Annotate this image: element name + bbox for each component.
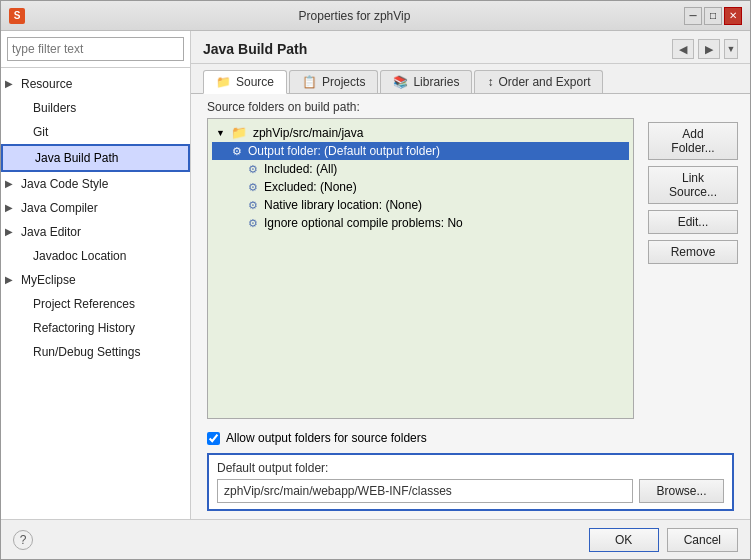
tab-projects[interactable]: 📋Projects (289, 70, 378, 93)
expand-arrow: ▶ (5, 74, 17, 94)
main-header: Java Build Path ◀ ▶ ▼ (191, 31, 750, 64)
bp-item-included[interactable]: ⚙Included: (All) (212, 160, 629, 178)
checkbox-row: Allow output folders for source folders (199, 427, 742, 449)
expand-arrow: ▶ (5, 174, 17, 194)
sidebar-item-label: Refactoring History (33, 318, 135, 338)
properties-window: S Properties for zphVip ─ □ ✕ ▶ResourceB… (0, 0, 751, 560)
tab-source[interactable]: 📁Source (203, 70, 287, 94)
nav-dropdown[interactable]: ▼ (724, 39, 738, 59)
bp-item-label: Output folder: (Default output folder) (248, 144, 440, 158)
tab-libraries[interactable]: 📚Libraries (380, 70, 472, 93)
bp-item-native-lib[interactable]: ⚙Native library location: (None) (212, 196, 629, 214)
sidebar-item-refactoring-history[interactable]: Refactoring History (1, 316, 190, 340)
config-icon: ⚙ (248, 217, 258, 230)
bottom-bar: ? OK Cancel (1, 519, 750, 559)
window-controls: ─ □ ✕ (684, 7, 742, 25)
expand-arrow: ▶ (5, 198, 17, 218)
tab-icon-projects: 📋 (302, 75, 317, 89)
sidebar-tree: ▶ResourceBuildersGitJava Build Path▶Java… (1, 68, 190, 519)
bp-item-src-main-java[interactable]: ▼📁zphVip/src/main/java (212, 123, 629, 142)
window-title: Properties for zphVip (25, 9, 684, 23)
expand-arrow: ▶ (5, 270, 17, 290)
tab-icon-order-export: ↕ (487, 75, 493, 89)
sidebar-item-label: Builders (33, 98, 76, 118)
panel-split: ▼📁zphVip/src/main/java⚙Output folder: (D… (199, 118, 742, 427)
bp-item-label: Included: (All) (264, 162, 337, 176)
sidebar-item-label: Java Code Style (21, 174, 108, 194)
config-icon: ⚙ (232, 145, 242, 158)
expand-arrow: ▼ (216, 128, 225, 138)
main-title: Java Build Path (203, 41, 307, 57)
sidebar-item-java-editor[interactable]: ▶Java Editor (1, 220, 190, 244)
filter-input[interactable] (7, 37, 184, 61)
allow-output-checkbox[interactable] (207, 432, 220, 445)
sidebar-item-builders[interactable]: Builders (1, 96, 190, 120)
config-icon: ⚙ (248, 163, 258, 176)
output-section-label: Default output folder: (217, 461, 724, 475)
sidebar-item-label: Javadoc Location (33, 246, 126, 266)
help-button[interactable]: ? (13, 530, 33, 550)
tab-bar: 📁Source📋Projects📚Libraries↕Order and Exp… (191, 64, 750, 94)
sidebar-item-myeclipse[interactable]: ▶MyEclipse (1, 268, 190, 292)
edit-button[interactable]: Edit... (648, 210, 738, 234)
title-bar: S Properties for zphVip ─ □ ✕ (1, 1, 750, 31)
maximize-button[interactable]: □ (704, 7, 722, 25)
tab-icon-source: 📁 (216, 75, 231, 89)
bp-item-output-folder[interactable]: ⚙Output folder: (Default output folder) (212, 142, 629, 160)
sidebar-item-java-build-path[interactable]: Java Build Path (1, 144, 190, 172)
bp-item-label: Ignore optional compile problems: No (264, 216, 463, 230)
sidebar: ▶ResourceBuildersGitJava Build Path▶Java… (1, 31, 191, 519)
ok-button[interactable]: OK (589, 528, 659, 552)
allow-output-label: Allow output folders for source folders (226, 431, 427, 445)
bp-item-label: zphVip/src/main/java (253, 126, 364, 140)
add-folder-button[interactable]: Add Folder... (648, 122, 738, 160)
cancel-button[interactable]: Cancel (667, 528, 738, 552)
browse-button[interactable]: Browse... (639, 479, 724, 503)
app-icon: S (9, 8, 25, 24)
tab-order-export[interactable]: ↕Order and Export (474, 70, 603, 93)
forward-button[interactable]: ▶ (698, 39, 720, 59)
close-button[interactable]: ✕ (724, 7, 742, 25)
folder-icon: 📁 (231, 125, 247, 140)
panel-right: Add Folder...Link Source...Edit...Remove (642, 118, 742, 427)
sidebar-item-javadoc-location[interactable]: Javadoc Location (1, 244, 190, 268)
tab-label-libraries: Libraries (413, 75, 459, 89)
tab-label-projects: Projects (322, 75, 365, 89)
sidebar-item-project-references[interactable]: Project References (1, 292, 190, 316)
config-icon: ⚙ (248, 199, 258, 212)
sidebar-item-label: Resource (21, 74, 72, 94)
sidebar-item-java-compiler[interactable]: ▶Java Compiler (1, 196, 190, 220)
bp-item-ignore-optional[interactable]: ⚙Ignore optional compile problems: No (212, 214, 629, 232)
header-nav: ◀ ▶ ▼ (672, 39, 738, 59)
bp-item-label: Native library location: (None) (264, 198, 422, 212)
sidebar-item-label: Project References (33, 294, 135, 314)
config-icon: ⚙ (248, 181, 258, 194)
link-source-button[interactable]: Link Source... (648, 166, 738, 204)
sidebar-item-label: Java Compiler (21, 198, 98, 218)
source-panel-label: Source folders on build path: (199, 94, 742, 118)
remove-button[interactable]: Remove (648, 240, 738, 264)
bp-item-label: Excluded: (None) (264, 180, 357, 194)
sidebar-item-label: Java Build Path (35, 148, 118, 168)
sidebar-item-label: MyEclipse (21, 270, 76, 290)
main-content: Java Build Path ◀ ▶ ▼ 📁Source📋Projects📚L… (191, 31, 750, 519)
tab-label-order-export: Order and Export (498, 75, 590, 89)
output-folder-field[interactable] (217, 479, 633, 503)
sidebar-item-label: Java Editor (21, 222, 81, 242)
bp-item-excluded[interactable]: ⚙Excluded: (None) (212, 178, 629, 196)
sidebar-item-resource[interactable]: ▶Resource (1, 72, 190, 96)
filter-box (1, 31, 190, 68)
content-area: ▶ResourceBuildersGitJava Build Path▶Java… (1, 31, 750, 519)
build-path-tree: ▼📁zphVip/src/main/java⚙Output folder: (D… (207, 118, 634, 419)
sidebar-item-run-debug-settings[interactable]: Run/Debug Settings (1, 340, 190, 364)
sidebar-item-java-code-style[interactable]: ▶Java Code Style (1, 172, 190, 196)
sidebar-item-git[interactable]: Git (1, 120, 190, 144)
sidebar-item-label: Run/Debug Settings (33, 342, 140, 362)
back-button[interactable]: ◀ (672, 39, 694, 59)
bottom-buttons: OK Cancel (589, 528, 738, 552)
tab-icon-libraries: 📚 (393, 75, 408, 89)
minimize-button[interactable]: ─ (684, 7, 702, 25)
expand-arrow: ▶ (5, 222, 17, 242)
tab-label-source: Source (236, 75, 274, 89)
output-section: Default output folder: Browse... (207, 453, 734, 511)
